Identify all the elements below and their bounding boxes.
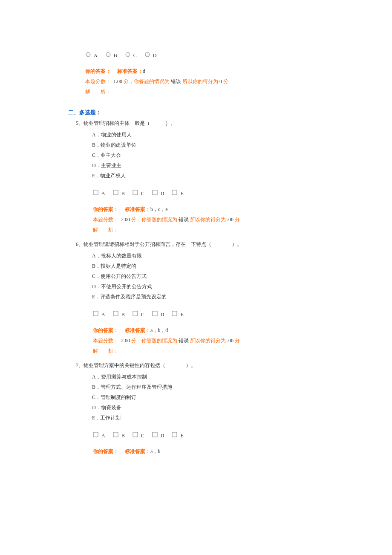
opt-e-label: E xyxy=(180,433,183,439)
svg-point-1 xyxy=(86,53,88,55)
svg-point-6 xyxy=(145,52,150,57)
opt-a-label: A xyxy=(101,312,105,318)
status-prefix: 你答题的情况为 xyxy=(141,338,177,344)
q6-feedback: 你的答案： 标准答案：a，b，d 本题分数： 2.00 分，你答题的情况为 错误… xyxy=(93,325,324,356)
q7-feedback: 你的答案： 标准答案：a，b xyxy=(93,446,324,457)
checkbox-icon[interactable] xyxy=(93,432,99,438)
opt-d-label: D xyxy=(161,433,164,439)
q6-options: A B C D E xyxy=(93,310,324,317)
fen-label: 分， xyxy=(130,217,141,223)
so-label: 所以你的得分为 xyxy=(190,217,226,223)
radio-icon[interactable] xyxy=(85,52,91,58)
std-answer-label: 标准答案： xyxy=(125,448,150,454)
q5-choice-e: E．物业产权人 xyxy=(92,171,324,181)
score-prefix: 本题分数： xyxy=(93,338,118,344)
q5-choice-b: B．物业的建设单位 xyxy=(92,140,324,150)
q6-std-answer: a，b，d xyxy=(150,327,168,333)
analysis-label: 解 析： xyxy=(93,225,324,235)
std-answer-label: 标准答案： xyxy=(117,68,143,74)
svg-rect-8 xyxy=(93,190,98,195)
q5-score: 2.00 xyxy=(121,217,130,223)
checkbox-icon[interactable] xyxy=(113,432,119,438)
your-answer-label: 你的答案： xyxy=(93,327,118,333)
opt-b-label: B xyxy=(114,52,117,59)
radio-icon[interactable] xyxy=(144,52,150,58)
svg-rect-15 xyxy=(113,311,118,316)
svg-point-0 xyxy=(86,52,90,57)
svg-point-3 xyxy=(107,53,108,55)
std-answer-label: 标准答案： xyxy=(125,206,150,212)
divider xyxy=(68,103,324,103)
checkbox-icon[interactable] xyxy=(172,190,178,196)
q6-choice-d: D．不使用公开的公告方式 xyxy=(92,281,324,292)
svg-rect-13 xyxy=(172,190,177,195)
q6-choice-b: B．投标人是特定的 xyxy=(92,261,324,271)
q5-options: A B C D E xyxy=(93,189,324,196)
svg-rect-11 xyxy=(133,190,138,195)
checkbox-icon[interactable] xyxy=(133,432,138,438)
wrong-text: 错误 xyxy=(177,338,190,344)
tail-fen: 分 xyxy=(233,217,240,223)
q4-got: 0 xyxy=(218,78,222,84)
checkbox-icon[interactable] xyxy=(113,190,119,196)
wrong-text: 错误 xyxy=(170,78,182,84)
q7-choice-c: C．管理制度的制订 xyxy=(92,392,324,402)
svg-point-7 xyxy=(146,53,147,55)
q5-stem: 5、物业管理招标的主体一般是（ ）。 xyxy=(76,120,324,127)
opt-c-label: C xyxy=(141,433,144,439)
q5-choice-a: A．物业的使用人 xyxy=(92,130,324,140)
wrong-text: 错误 xyxy=(177,217,190,223)
q6-stem: 6、物业管理邀请招标相对于公开招标而言，存在一下特点（ ）。 xyxy=(76,241,324,248)
checkbox-icon[interactable] xyxy=(152,190,158,196)
opt-a-label: A xyxy=(101,191,105,197)
q7-std-answer: a，b xyxy=(150,448,160,454)
checkbox-icon[interactable] xyxy=(133,190,138,196)
radio-icon[interactable] xyxy=(105,52,111,58)
analysis-label: 解 析： xyxy=(85,87,324,97)
svg-point-5 xyxy=(126,53,128,55)
tail-fen: 分 xyxy=(222,78,228,84)
q7-stem: 7、物业管理方案中的关键性内容包括（ ）。 xyxy=(76,362,324,369)
svg-rect-20 xyxy=(113,432,118,437)
checkbox-icon[interactable] xyxy=(172,311,178,317)
q4-options: A B C D xyxy=(85,51,324,58)
checkbox-icon[interactable] xyxy=(113,311,119,317)
opt-a-label: A xyxy=(101,433,105,439)
radio-icon[interactable] xyxy=(125,52,131,58)
opt-b-label: B xyxy=(121,433,125,439)
opt-a-label: A xyxy=(94,52,98,59)
opt-d-label: D xyxy=(161,191,164,197)
checkbox-icon[interactable] xyxy=(152,432,158,438)
opt-b-label: B xyxy=(121,312,125,318)
svg-rect-19 xyxy=(93,432,98,437)
q5-choice-c: C．业主大会 xyxy=(92,150,324,160)
q6-choice-e: E．评选条件及程序是预先设定的 xyxy=(92,292,324,302)
opt-e-label: E xyxy=(180,191,183,197)
svg-rect-18 xyxy=(172,311,177,316)
checkbox-icon[interactable] xyxy=(172,432,178,438)
so-label: 所以你的得分为 xyxy=(190,338,226,344)
your-answer-label: 你的答案： xyxy=(85,68,111,74)
your-answer-label: 你的答案： xyxy=(93,206,118,212)
question-7: 7、物业管理方案中的关键性内容包括（ ）。 A．费用测算与成本控制 B．管理方式… xyxy=(76,362,324,457)
fen-label: 分， xyxy=(130,338,141,344)
q5-feedback: 你的答案： 标准答案：b，c，e 本题分数： 2.00 分，你答题的情况为 错误… xyxy=(93,204,324,235)
q5-std-answer: b，c，e xyxy=(150,206,168,212)
svg-point-2 xyxy=(106,52,110,57)
svg-rect-21 xyxy=(133,432,138,437)
checkbox-icon[interactable] xyxy=(93,311,99,317)
q5-got: .00 xyxy=(226,217,233,223)
svg-rect-10 xyxy=(113,190,118,195)
q4-feedback: 你的答案： 标准答案：d 本题分数： 1.00 分，你答题的情况为 错误 所以你… xyxy=(85,66,324,97)
q5-choice-d: D．主要业主 xyxy=(92,160,324,171)
checkbox-icon[interactable] xyxy=(93,190,99,196)
opt-d-label: D xyxy=(153,52,157,59)
checkbox-icon[interactable] xyxy=(133,311,138,317)
checkbox-icon[interactable] xyxy=(152,311,158,317)
so-label: 所以你的得分为 xyxy=(182,78,218,84)
svg-rect-23 xyxy=(172,432,177,437)
opt-d-label: D xyxy=(161,312,164,318)
q7-choice-b: B．管理方式、运作程序及管理措施 xyxy=(92,382,324,392)
question-6: 6、物业管理邀请招标相对于公开招标而言，存在一下特点（ ）。 A．投标人的数量有… xyxy=(76,241,324,356)
svg-rect-17 xyxy=(153,311,157,316)
